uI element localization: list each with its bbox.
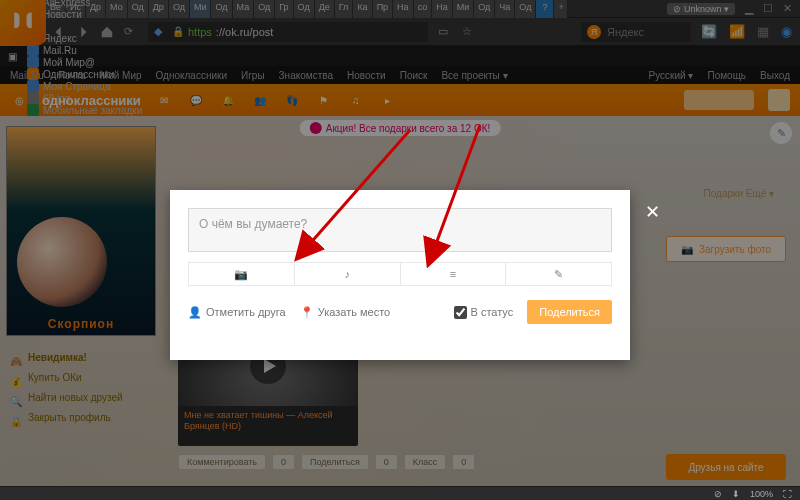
attach-text-button[interactable]: ≡ [401,263,507,285]
pencil-icon: ✎ [554,268,563,281]
camera-icon: 📷 [234,268,248,281]
pin-icon: 📍 [300,306,314,319]
post-text-input[interactable]: О чём вы думаете? [188,208,612,252]
fullscreen-icon[interactable]: ⛶ [783,489,792,499]
zoom-level[interactable]: 100% [750,489,773,499]
attach-edit-button[interactable]: ✎ [506,263,611,285]
download-icon[interactable]: ⬇ [732,489,740,499]
attach-photo-button[interactable]: 📷 [189,263,295,285]
browser-status-bar: ⊘ ⬇ 100% ⛶ [0,486,800,500]
status-checkbox[interactable]: В статус [454,306,514,319]
person-icon: 👤 [188,306,202,319]
new-post-modal: ✕ О чём вы думаете? 📷 ♪ ≡ ✎ 👤 Отметить д… [170,190,630,360]
attach-music-button[interactable]: ♪ [295,263,401,285]
tag-friend-link[interactable]: 👤 Отметить друга [188,306,286,319]
modal-footer: 👤 Отметить друга 📍 Указать место В стату… [188,300,612,324]
tag-place-link[interactable]: 📍 Указать место [300,306,391,319]
close-icon[interactable]: ✕ [642,202,662,222]
attachment-bar: 📷 ♪ ≡ ✎ [188,262,612,286]
align-left-icon: ≡ [450,268,456,280]
adblock-icon[interactable]: ⊘ [714,489,722,499]
music-note-icon: ♪ [344,268,350,280]
share-button[interactable]: Поделиться [527,300,612,324]
post-placeholder: О чём вы думаете? [199,217,307,231]
